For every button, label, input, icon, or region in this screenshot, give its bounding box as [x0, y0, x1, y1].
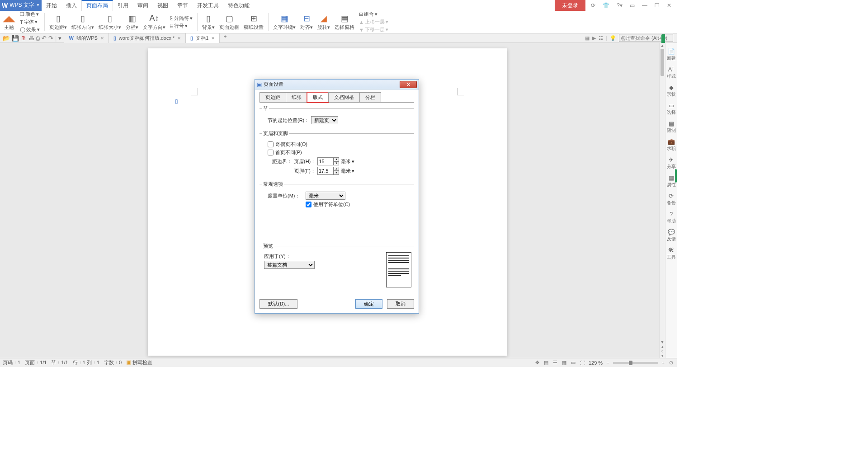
- breaks-button[interactable]: ⎘分隔符▾: [170, 15, 193, 22]
- login-button[interactable]: 未登录: [555, 0, 585, 11]
- save-icon[interactable]: 💾: [12, 35, 19, 42]
- help-icon[interactable]: ?▾: [615, 1, 624, 9]
- border-button[interactable]: ▢页面边框: [219, 14, 239, 31]
- dialog-titlebar[interactable]: ▣ 页面设置 ✕: [255, 80, 419, 89]
- side-backup[interactable]: ⟳备份: [667, 190, 676, 208]
- status-line[interactable]: 行：1 列：1: [73, 359, 99, 366]
- scroll-up-icon[interactable]: ▲: [660, 43, 665, 49]
- orient-button[interactable]: ▯纸张方向▾: [71, 14, 94, 31]
- header-input[interactable]: [317, 157, 334, 165]
- effect-button[interactable]: ◯效果▾: [20, 26, 40, 33]
- close-tab-icon[interactable]: ✕: [100, 36, 104, 41]
- direction-button[interactable]: A↕文字方向▾: [143, 14, 165, 31]
- section-start-select[interactable]: 新建页: [311, 116, 338, 124]
- front-button[interactable]: ▲上移一层▾: [359, 19, 388, 25]
- close-tab-icon[interactable]: ✕: [177, 36, 181, 41]
- print-preview-icon[interactable]: 🗎: [21, 35, 27, 42]
- dlg-tab-grid[interactable]: 文档网格: [328, 92, 360, 102]
- theme-button[interactable]: ◢◣主题: [3, 14, 15, 31]
- ok-button[interactable]: 确定: [355, 299, 382, 309]
- sync-icon[interactable]: ⟳: [589, 1, 597, 9]
- dlg-tab-margin[interactable]: 页边距: [259, 92, 286, 102]
- group-button[interactable]: ⊞组合▾: [359, 11, 388, 18]
- ruler-icon[interactable]: ▦: [585, 35, 590, 41]
- close-icon[interactable]: ✕: [665, 1, 673, 9]
- color-button[interactable]: ❏颜色▾: [20, 11, 40, 18]
- dialog-close-button[interactable]: ✕: [400, 81, 417, 88]
- search-input[interactable]: [619, 34, 673, 42]
- nav-icon[interactable]: ▶: [592, 35, 596, 41]
- maximize-icon[interactable]: ❐: [653, 1, 661, 9]
- view-web-icon[interactable]: ▦: [561, 360, 567, 366]
- wrap-button[interactable]: ▦文字环绕▾: [273, 14, 296, 31]
- status-spell[interactable]: ▣ 拼写检查: [126, 359, 152, 366]
- measure-select[interactable]: 毫米: [306, 192, 345, 200]
- status-words[interactable]: 字数：0: [104, 359, 122, 366]
- prev-page-icon[interactable]: ▴: [660, 344, 665, 349]
- font-button[interactable]: T字体▾: [20, 19, 40, 25]
- dlg-tab-layout[interactable]: 版式: [307, 92, 329, 103]
- tab-chapter[interactable]: 章节: [173, 0, 193, 11]
- zoom-value[interactable]: 129 %: [589, 360, 603, 366]
- tab-special[interactable]: 特色功能: [223, 0, 254, 11]
- watermark-button[interactable]: ⊞稿纸设置: [244, 14, 264, 31]
- margin-button[interactable]: ▯页边距▾: [49, 14, 67, 31]
- tab-insert[interactable]: 插入: [61, 0, 81, 11]
- dlg-tab-columns[interactable]: 分栏: [359, 92, 381, 102]
- view-full-icon[interactable]: ⛶: [579, 360, 586, 366]
- spin-up-icon[interactable]: ▲: [334, 167, 339, 171]
- scroll-down-icon[interactable]: ▼: [660, 340, 665, 344]
- footer-unit[interactable]: 毫米▾: [341, 168, 354, 174]
- zoom-out-icon[interactable]: −: [605, 360, 610, 366]
- side-job[interactable]: 💼求职: [667, 136, 676, 154]
- view-read-icon[interactable]: ▭: [570, 360, 576, 366]
- scroll-track[interactable]: [660, 49, 665, 340]
- side-restrict[interactable]: ▤限制: [667, 118, 676, 136]
- open-icon[interactable]: 📂: [3, 35, 10, 42]
- apply-select[interactable]: 整篇文档: [264, 261, 315, 269]
- size-button[interactable]: ▯纸张大小▾: [99, 14, 121, 31]
- view-print-icon[interactable]: ▤: [543, 360, 549, 366]
- cancel-button[interactable]: 取消: [387, 299, 414, 309]
- side-props[interactable]: ▦属性: [667, 172, 676, 190]
- redo-icon[interactable]: ↷: [48, 35, 53, 42]
- vertical-scrollbar[interactable]: ▲ ▼ ▴ ○ ▾: [659, 43, 665, 358]
- view-cursor-icon[interactable]: ✥: [534, 360, 540, 366]
- side-new[interactable]: 📄新建: [667, 46, 676, 64]
- skin-icon[interactable]: 👕: [601, 1, 611, 9]
- side-select[interactable]: ▭选择: [667, 100, 676, 118]
- overlap-icon[interactable]: ▭: [628, 1, 637, 9]
- next-page-icon[interactable]: ▾: [660, 353, 665, 358]
- scroll-thumb[interactable]: [660, 49, 664, 76]
- spin-up-icon[interactable]: ▲: [334, 157, 339, 161]
- status-page[interactable]: 页面：1/1: [25, 359, 47, 366]
- tab-start[interactable]: 开始: [42, 0, 61, 11]
- add-tab-button[interactable]: +: [220, 33, 230, 43]
- print-direct-icon[interactable]: ⎙: [36, 35, 40, 42]
- default-button[interactable]: 默认(D)...: [259, 299, 297, 309]
- doc-tab-mywps[interactable]: W 我的WPS ✕: [64, 33, 108, 43]
- zoom-handle[interactable]: [629, 361, 632, 365]
- status-section[interactable]: 节：1/1: [51, 359, 68, 366]
- charunit-checkbox[interactable]: [306, 202, 311, 207]
- side-accent[interactable]: [675, 169, 677, 183]
- print-icon[interactable]: 🖶: [28, 35, 34, 42]
- close-tab-icon[interactable]: ✕: [211, 36, 215, 41]
- tab-view[interactable]: 视图: [153, 0, 173, 11]
- back-button[interactable]: ▼下移一层▾: [359, 26, 388, 33]
- browse-icon[interactable]: ○: [660, 349, 665, 353]
- footer-input[interactable]: [317, 167, 334, 175]
- side-share[interactable]: ✈分享: [667, 154, 676, 172]
- background-button[interactable]: ▯背景▾: [202, 14, 215, 31]
- undo-icon[interactable]: ↶: [42, 35, 47, 42]
- lineno-button[interactable]: ⌸行号▾: [170, 23, 193, 29]
- app-menu[interactable]: W WPS 文字 ▼: [0, 0, 42, 11]
- pane-button[interactable]: ▤选择窗格: [335, 14, 354, 31]
- spin-down-icon[interactable]: ▼: [334, 171, 339, 175]
- tab-developer[interactable]: 开发工具: [193, 0, 223, 11]
- reader-icon[interactable]: ☷: [599, 35, 603, 41]
- dlg-tab-paper[interactable]: 纸张: [286, 92, 307, 102]
- side-shape[interactable]: ◆形状: [667, 82, 676, 100]
- odd-even-checkbox[interactable]: [268, 141, 274, 147]
- qat-dropdown[interactable]: ▾: [58, 35, 61, 42]
